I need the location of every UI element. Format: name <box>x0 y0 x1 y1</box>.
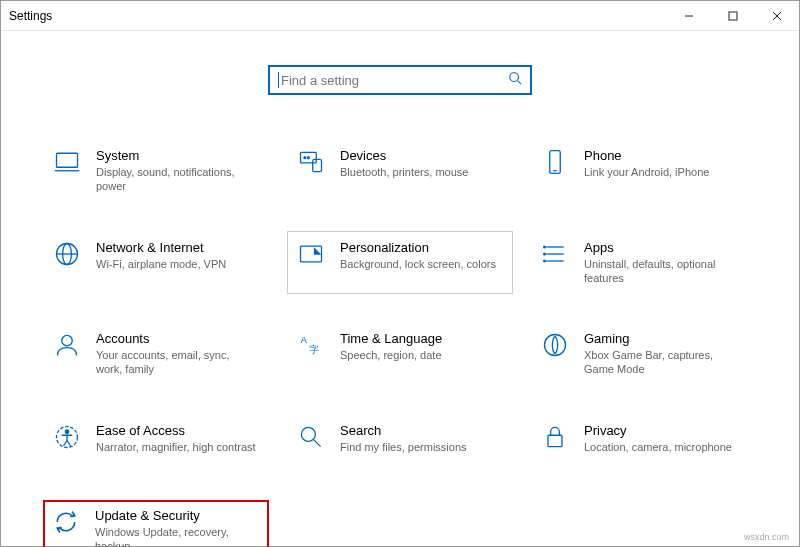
tile-desc: Wi-Fi, airplane mode, VPN <box>96 257 226 271</box>
tile-desc: Find my files, permissions <box>340 440 467 454</box>
tile-title: Phone <box>584 148 709 163</box>
window-controls <box>667 1 799 31</box>
svg-text:A: A <box>301 334 308 345</box>
tile-accounts[interactable]: Accounts Your accounts, email, sync, wor… <box>43 322 269 386</box>
svg-line-5 <box>518 81 522 85</box>
tile-update-security[interactable]: Update & Security Windows Update, recove… <box>43 500 269 547</box>
tile-desc: Display, sound, notifications, power <box>96 165 256 194</box>
tile-desc: Xbox Game Bar, captures, Game Mode <box>584 348 744 377</box>
minimize-icon <box>684 11 694 21</box>
privacy-icon <box>540 423 570 453</box>
svg-line-31 <box>314 439 321 446</box>
tile-title: Devices <box>340 148 468 163</box>
text-caret <box>278 72 279 88</box>
svg-point-10 <box>304 157 306 159</box>
tile-ease-of-access[interactable]: Ease of Access Narrator, magnifier, high… <box>43 414 269 472</box>
svg-point-22 <box>544 253 546 255</box>
maximize-button[interactable] <box>711 1 755 31</box>
tile-network[interactable]: Network & Internet Wi-Fi, airplane mode,… <box>43 231 269 295</box>
svg-rect-32 <box>548 435 562 446</box>
tile-title: Gaming <box>584 331 744 346</box>
tile-personalization[interactable]: Personalization Background, lock screen,… <box>287 231 513 295</box>
tile-desc: Windows Update, recovery, backup <box>95 525 255 547</box>
phone-icon <box>540 148 570 178</box>
tile-apps[interactable]: Apps Uninstall, defaults, optional featu… <box>531 231 757 295</box>
svg-point-4 <box>510 73 519 82</box>
tile-phone[interactable]: Phone Link your Android, iPhone <box>531 139 757 203</box>
gaming-icon <box>540 331 570 361</box>
maximize-icon <box>728 11 738 21</box>
search-icon <box>508 71 522 89</box>
svg-point-30 <box>301 427 315 441</box>
tile-system[interactable]: System Display, sound, notifications, po… <box>43 139 269 203</box>
settings-grid: System Display, sound, notifications, po… <box>31 139 769 547</box>
system-icon <box>52 148 82 178</box>
tile-desc: Background, lock screen, colors <box>340 257 496 271</box>
personalization-icon <box>296 240 326 270</box>
tile-gaming[interactable]: Gaming Xbox Game Bar, captures, Game Mod… <box>531 322 757 386</box>
tile-privacy[interactable]: Privacy Location, camera, microphone <box>531 414 757 472</box>
search-tile-icon <box>296 423 326 453</box>
search-box[interactable] <box>268 65 532 95</box>
tile-title: Time & Language <box>340 331 442 346</box>
svg-point-11 <box>308 157 310 159</box>
svg-point-27 <box>545 335 566 356</box>
tile-title: Ease of Access <box>96 423 256 438</box>
tile-desc: Your accounts, email, sync, work, family <box>96 348 256 377</box>
tile-desc: Location, camera, microphone <box>584 440 732 454</box>
close-button[interactable] <box>755 1 799 31</box>
tile-title: Search <box>340 423 467 438</box>
svg-rect-1 <box>729 12 737 20</box>
accounts-icon <box>52 331 82 361</box>
tile-title: Update & Security <box>95 508 255 523</box>
tile-desc: Uninstall, defaults, optional features <box>584 257 744 286</box>
tile-desc: Speech, region, date <box>340 348 442 362</box>
window-title: Settings <box>9 9 52 23</box>
tile-title: Accounts <box>96 331 256 346</box>
content-area: System Display, sound, notifications, po… <box>1 31 799 547</box>
tile-search[interactable]: Search Find my files, permissions <box>287 414 513 472</box>
titlebar: Settings <box>1 1 799 31</box>
tile-title: Apps <box>584 240 744 255</box>
devices-icon <box>296 148 326 178</box>
tile-time-language[interactable]: A字 Time & Language Speech, region, date <box>287 322 513 386</box>
search-wrap <box>31 65 769 95</box>
ease-of-access-icon <box>52 423 82 453</box>
svg-point-24 <box>62 336 73 347</box>
tile-desc: Narrator, magnifier, high contrast <box>96 440 256 454</box>
tile-devices[interactable]: Devices Bluetooth, printers, mouse <box>287 139 513 203</box>
svg-text:字: 字 <box>309 344 319 355</box>
svg-rect-12 <box>550 151 561 174</box>
close-icon <box>772 11 782 21</box>
tile-desc: Bluetooth, printers, mouse <box>340 165 468 179</box>
svg-rect-6 <box>57 153 78 167</box>
svg-point-21 <box>544 246 546 248</box>
svg-point-29 <box>65 430 69 434</box>
search-input[interactable] <box>281 73 508 88</box>
tile-title: Personalization <box>340 240 496 255</box>
watermark: wsxdn.com <box>744 532 789 542</box>
svg-point-23 <box>544 260 546 262</box>
tile-title: System <box>96 148 256 163</box>
network-icon <box>52 240 82 270</box>
apps-icon <box>540 240 570 270</box>
svg-rect-9 <box>313 159 322 171</box>
settings-window: Settings <box>0 0 800 547</box>
time-language-icon: A字 <box>296 331 326 361</box>
tile-title: Privacy <box>584 423 732 438</box>
tile-desc: Link your Android, iPhone <box>584 165 709 179</box>
update-security-icon <box>51 508 81 538</box>
tile-title: Network & Internet <box>96 240 226 255</box>
minimize-button[interactable] <box>667 1 711 31</box>
